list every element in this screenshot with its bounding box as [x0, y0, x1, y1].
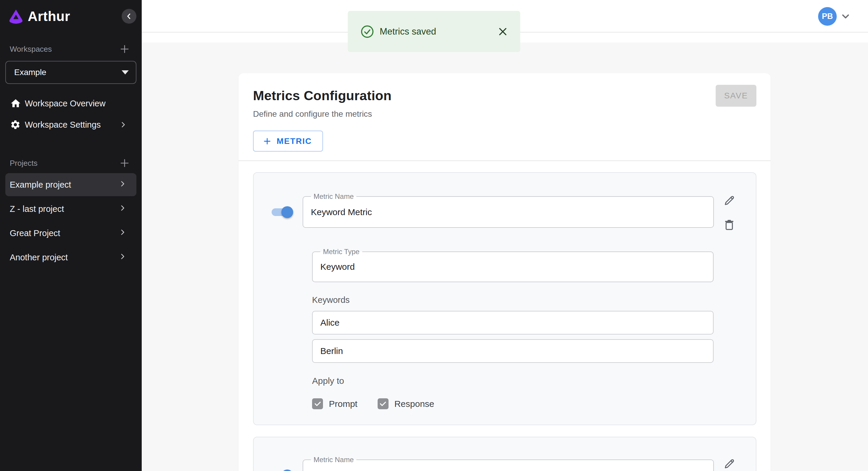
pencil-icon	[723, 457, 736, 470]
metric-name-field: Metric Name	[303, 460, 714, 471]
plus-icon	[119, 44, 130, 54]
toggle-thumb	[281, 206, 293, 218]
sidebar-collapse-button[interactable]	[122, 9, 136, 24]
chevron-right-icon	[119, 180, 126, 190]
workspace-selector[interactable]: Example	[5, 61, 136, 84]
app-title: Arthur	[28, 8, 70, 24]
metric-name-field: Metric Name	[303, 196, 714, 228]
panel-divider	[239, 160, 771, 161]
metric-name-row: Metric Name	[254, 193, 756, 231]
save-button[interactable]: SAVE	[716, 85, 756, 107]
projects-section-header: Projects	[0, 158, 142, 169]
metric-actions	[723, 194, 736, 231]
metric-enabled-toggle[interactable]	[270, 469, 293, 471]
edit-metric-button[interactable]	[723, 457, 736, 470]
metric-cards: Metric Name	[239, 172, 771, 471]
check-circle-icon	[361, 25, 374, 38]
project-label: Example project	[10, 180, 71, 190]
page-title: Metrics Configuration	[253, 88, 756, 104]
metric-card-keyword: Metric Name	[253, 172, 756, 425]
close-icon	[497, 26, 508, 37]
panel-header: Metrics Configuration Define and configu…	[239, 73, 771, 152]
metric-details: Metric Type Keywords Apply to	[312, 252, 714, 409]
apply-to-options: Prompt Response	[312, 398, 714, 409]
add-workspace-button[interactable]	[119, 44, 130, 54]
prompt-checkbox[interactable]: Prompt	[312, 398, 358, 409]
metric-name-input[interactable]	[303, 207, 713, 217]
add-metric-button[interactable]: METRIC	[253, 130, 323, 152]
keywords-label: Keywords	[312, 295, 714, 305]
chevron-left-icon	[125, 12, 133, 20]
arthur-logo-icon	[8, 8, 24, 24]
sidebar: Arthur Workspaces Example Workspace Over…	[0, 0, 142, 471]
metric-type-input[interactable]	[313, 262, 713, 272]
sidebar-nav: Workspace Overview Workspace Settings	[0, 94, 142, 134]
toast-notification: Metrics saved	[348, 11, 520, 52]
edit-metric-button[interactable]	[723, 194, 736, 207]
project-label: Great Project	[10, 228, 60, 238]
project-label: Another project	[10, 253, 68, 262]
toast-close-button[interactable]	[497, 26, 508, 37]
pencil-icon	[723, 194, 736, 207]
plus-icon	[119, 158, 130, 169]
chevron-right-icon	[119, 228, 126, 238]
keyword-input-2[interactable]	[312, 339, 714, 363]
metric-name-label: Metric Name	[311, 192, 356, 201]
checkbox-label: Prompt	[329, 399, 358, 409]
metric-enabled-toggle[interactable]	[270, 206, 293, 219]
delete-metric-button[interactable]	[723, 218, 736, 231]
main-area: PB Metrics Configuration Define and conf…	[142, 0, 868, 471]
chevron-down-icon[interactable]	[841, 11, 850, 21]
chevron-right-icon	[119, 253, 126, 262]
sidebar-item-workspace-settings[interactable]: Workspace Settings	[0, 115, 142, 134]
nav-item-label: Workspace Settings	[25, 120, 101, 130]
checkbox-checked-icon	[312, 398, 323, 409]
sidebar-item-example-project[interactable]: Example project	[5, 173, 136, 196]
sidebar-item-great-project[interactable]: Great Project	[5, 222, 136, 245]
content-area: Metrics Configuration Define and configu…	[142, 42, 868, 471]
add-project-button[interactable]	[119, 158, 130, 169]
projects-label: Projects	[10, 159, 37, 168]
apply-to-label: Apply to	[312, 376, 714, 386]
metric-actions	[723, 457, 736, 471]
projects-list: Example project Z - last project Great P…	[0, 173, 142, 269]
page-subtitle: Define and configure the metrics	[253, 109, 756, 119]
app-root: Arthur Workspaces Example Workspace Over…	[0, 0, 868, 471]
toast-message: Metrics saved	[380, 26, 497, 37]
metrics-configuration-panel: Metrics Configuration Define and configu…	[239, 73, 771, 471]
metric-type-label: Metric Type	[320, 247, 362, 256]
metric-card-hallucination: Metric Name	[253, 437, 756, 471]
workspace-selected-value: Example	[14, 68, 46, 77]
trash-icon	[723, 218, 736, 231]
keyword-input-1[interactable]	[312, 311, 714, 334]
caret-down-icon	[122, 70, 129, 75]
chevron-right-icon	[119, 204, 126, 214]
home-icon	[10, 98, 23, 109]
gear-icon	[10, 119, 23, 130]
workspaces-section-header: Workspaces	[0, 44, 142, 54]
chevron-right-icon	[119, 121, 127, 128]
metric-name-label: Metric Name	[311, 455, 356, 464]
sidebar-header: Arthur	[0, 0, 142, 32]
app-logo: Arthur	[8, 8, 70, 24]
metric-type-field: Metric Type	[312, 252, 714, 282]
add-metric-label: METRIC	[277, 137, 312, 146]
sidebar-item-workspace-overview[interactable]: Workspace Overview	[0, 94, 142, 113]
avatar[interactable]: PB	[818, 7, 837, 26]
toggle-thumb	[281, 470, 293, 471]
sidebar-item-z-last-project[interactable]: Z - last project	[5, 197, 136, 220]
checkbox-label: Response	[395, 399, 434, 409]
nav-item-label: Workspace Overview	[25, 99, 105, 109]
checkbox-checked-icon	[378, 398, 389, 409]
sidebar-item-another-project[interactable]: Another project	[5, 246, 136, 269]
user-menu[interactable]: PB	[818, 0, 850, 32]
plus-icon	[262, 137, 272, 146]
metric-name-row: Metric Name	[254, 456, 756, 471]
workspaces-label: Workspaces	[10, 45, 52, 54]
project-label: Z - last project	[10, 204, 64, 214]
response-checkbox[interactable]: Response	[378, 398, 434, 409]
